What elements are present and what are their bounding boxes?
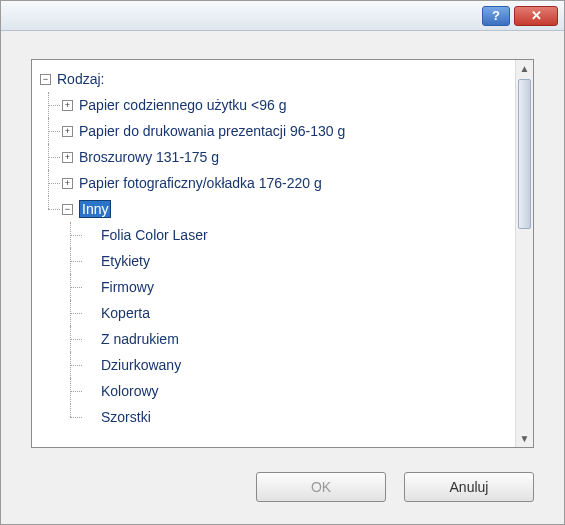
button-row: OK Anuluj [1, 456, 564, 524]
tree-leaf: Z nadrukiem [62, 326, 515, 352]
tree-item: + Papier fotograficzny/okładka 176-220 g [40, 170, 515, 196]
tree-item-row[interactable]: + Papier do drukowania prezentacji 96-13… [62, 118, 515, 144]
tree-item-row[interactable]: + Papier codziennego użytku <96 g [62, 92, 515, 118]
collapse-icon[interactable]: − [62, 204, 73, 215]
tree-leaf-row[interactable]: Firmowy [84, 274, 515, 300]
tree-root-label[interactable]: Rodzaj: [57, 71, 104, 87]
tree-inny-children: Folia Color Laser Etykiety [62, 222, 515, 430]
tree-leaf-label[interactable]: Koperta [101, 305, 150, 321]
collapse-icon[interactable]: − [40, 74, 51, 85]
tree-item-label[interactable]: Papier fotograficzny/okładka 176-220 g [79, 175, 322, 191]
content-area: − Rodzaj: + Papier codziennego użytku <9… [1, 31, 564, 456]
tree-root-row[interactable]: − Rodzaj: [40, 66, 515, 92]
tree-item: + Papier do drukowania prezentacji 96-13… [40, 118, 515, 144]
tree-item-label[interactable]: Broszurowy 131-175 g [79, 149, 219, 165]
tree-leaf-row[interactable]: Dziurkowany [84, 352, 515, 378]
close-button[interactable]: ✕ [514, 6, 558, 26]
tree-leaf-row[interactable]: Szorstki [84, 404, 515, 430]
expand-icon[interactable]: + [62, 152, 73, 163]
tree-leaf-label[interactable]: Folia Color Laser [101, 227, 208, 243]
tree-viewport: − Rodzaj: + Papier codziennego użytku <9… [32, 60, 515, 447]
titlebar: ? ✕ [1, 1, 564, 31]
expand-icon[interactable]: + [62, 100, 73, 111]
vertical-scrollbar[interactable]: ▲ ▼ [515, 60, 533, 447]
tree-leaf-row[interactable]: Kolorowy [84, 378, 515, 404]
tree-leaf-row[interactable]: Koperta [84, 300, 515, 326]
tree-leaf: Etykiety [62, 248, 515, 274]
tree-item-row[interactable]: − Inny [62, 196, 515, 222]
tree-children: + Papier codziennego użytku <96 g + Papi… [40, 92, 515, 430]
close-icon: ✕ [531, 8, 542, 23]
tree-item-row[interactable]: + Broszurowy 131-175 g [62, 144, 515, 170]
expand-icon[interactable]: + [62, 126, 73, 137]
tree-leaf: Folia Color Laser [62, 222, 515, 248]
tree-leaf: Dziurkowany [62, 352, 515, 378]
help-button[interactable]: ? [482, 6, 510, 26]
help-icon: ? [492, 8, 500, 23]
tree-item-label[interactable]: Papier codziennego użytku <96 g [79, 97, 286, 113]
tree-leaf: Koperta [62, 300, 515, 326]
expand-icon[interactable]: + [62, 178, 73, 189]
scroll-thumb[interactable] [518, 79, 531, 229]
scroll-up-icon[interactable]: ▲ [517, 60, 533, 77]
tree-leaf-label[interactable]: Etykiety [101, 253, 150, 269]
tree-leaf: Firmowy [62, 274, 515, 300]
scroll-down-icon[interactable]: ▼ [517, 430, 533, 447]
tree-item-label-selected[interactable]: Inny [79, 200, 111, 218]
tree-leaf-label[interactable]: Z nadrukiem [101, 331, 179, 347]
tree-item: + Papier codziennego użytku <96 g [40, 92, 515, 118]
tree-leaf-row[interactable]: Etykiety [84, 248, 515, 274]
tree-root-list: − Rodzaj: + Papier codziennego użytku <9… [40, 66, 515, 430]
tree-item-row[interactable]: + Papier fotograficzny/okładka 176-220 g [62, 170, 515, 196]
tree-container: − Rodzaj: + Papier codziennego użytku <9… [31, 59, 534, 448]
tree-leaf-row[interactable]: Z nadrukiem [84, 326, 515, 352]
tree-leaf: Szorstki [62, 404, 515, 430]
tree-leaf: Kolorowy [62, 378, 515, 404]
tree-leaf-label[interactable]: Dziurkowany [101, 357, 181, 373]
tree-item-inny: − Inny Folia Color Laser [40, 196, 515, 430]
tree-leaf-row[interactable]: Folia Color Laser [84, 222, 515, 248]
scroll-track[interactable] [516, 77, 533, 430]
tree-root: − Rodzaj: + Papier codziennego użytku <9… [40, 66, 515, 430]
tree-item: + Broszurowy 131-175 g [40, 144, 515, 170]
tree-leaf-label[interactable]: Firmowy [101, 279, 154, 295]
cancel-button[interactable]: Anuluj [404, 472, 534, 502]
tree-item-label[interactable]: Papier do drukowania prezentacji 96-130 … [79, 123, 345, 139]
tree-leaf-label[interactable]: Kolorowy [101, 383, 159, 399]
dialog-window: ? ✕ − Rodzaj: + [0, 0, 565, 525]
ok-button[interactable]: OK [256, 472, 386, 502]
tree-leaf-label[interactable]: Szorstki [101, 409, 151, 425]
